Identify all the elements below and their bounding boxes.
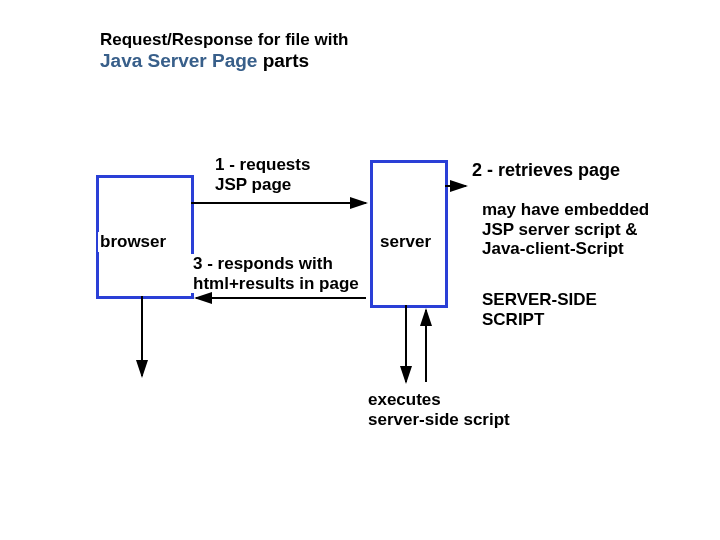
note-line2: JSP server script &: [482, 220, 649, 240]
exec-line2: server-side script: [368, 410, 510, 430]
note-line1: may have embedded: [482, 200, 649, 220]
title-line1: Request/Response for file with: [100, 30, 348, 50]
step1-line1: 1 - requests: [215, 155, 310, 175]
diagram-title: Request/Response for file with Java Serv…: [100, 30, 348, 72]
executes-label: executes server-side script: [366, 390, 512, 429]
title-jsp: Java Server Page: [100, 50, 257, 71]
step3-label: 3 - responds with html+results in page: [191, 254, 361, 293]
note-line3: Java-client-Script: [482, 239, 649, 259]
step1-line2: JSP page: [215, 175, 310, 195]
exec-line1: executes: [368, 390, 510, 410]
step1-label: 1 - requests JSP page: [213, 155, 312, 194]
sss-line1: SERVER-SIDE: [482, 290, 597, 310]
browser-label: browser: [98, 232, 168, 252]
step3-line1: 3 - responds with: [193, 254, 359, 274]
embedded-note: may have embedded JSP server script & Ja…: [480, 200, 651, 259]
sss-line2: SCRIPT: [482, 310, 597, 330]
server-label: server: [378, 232, 433, 252]
title-parts: parts: [257, 50, 309, 71]
title-line2: Java Server Page parts: [100, 50, 348, 72]
server-side-script-label: SERVER-SIDE SCRIPT: [480, 290, 599, 329]
step2-label: 2 - retrieves page: [470, 160, 622, 181]
step3-line2: html+results in page: [193, 274, 359, 294]
